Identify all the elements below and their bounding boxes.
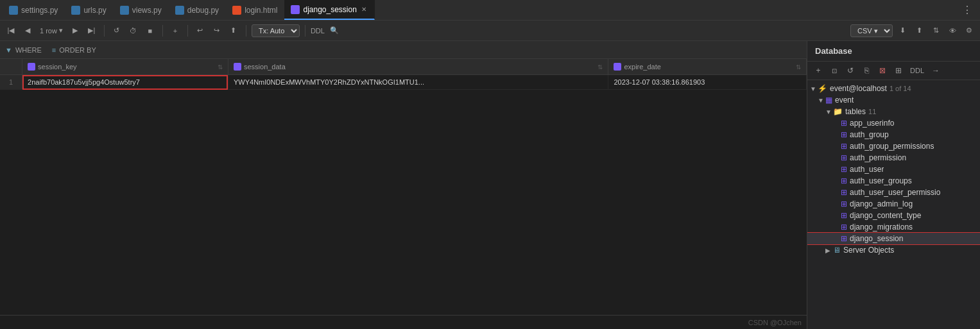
tree-item-tables[interactable]: 📁 tables 11: [807, 106, 980, 117]
tab-debug[interactable]: debug.py: [169, 0, 226, 20]
search-button[interactable]: 🔍: [327, 24, 341, 38]
col-header-expire-date[interactable]: expire_date ⇅: [608, 59, 807, 75]
db-arrow-button[interactable]: →: [929, 64, 943, 77]
next-row-button[interactable]: ▶: [68, 24, 82, 38]
first-row-button[interactable]: |◀: [4, 24, 18, 38]
watermark: CSDN @OJchen: [748, 319, 802, 326]
db-panel-header: Database: [807, 41, 980, 62]
compare-button[interactable]: ⇅: [929, 24, 943, 38]
tree-item-django-content-type[interactable]: ⊞ django_content_type: [807, 210, 980, 221]
sort-icon: ⇅: [597, 63, 603, 71]
col-header-session-data[interactable]: session_data ⇅: [228, 59, 608, 75]
tx-select[interactable]: Tx: Auto: [252, 24, 300, 37]
tab-urls[interactable]: urls.py: [65, 0, 113, 20]
order-by-filter[interactable]: ≡ ORDER BY: [52, 46, 96, 54]
connection-label: event@localhost: [830, 84, 887, 93]
tab-views-label: views.py: [132, 6, 162, 15]
db-refresh-button[interactable]: ↺: [843, 64, 857, 77]
cell-expire-date[interactable]: 2023-12-07 03:38:16.861903: [608, 75, 807, 90]
undo-button[interactable]: ↩: [193, 24, 207, 38]
separator-5: [305, 25, 305, 37]
last-row-button[interactable]: ▶|: [85, 24, 99, 38]
cell-session-key[interactable]: 2naifb70ak187u5vjj5pg4Ostuw5try7: [22, 75, 228, 90]
py-icon: [9, 6, 18, 15]
tree-item-auth-user-permissions[interactable]: ⊞ auth_user_user_permissio: [807, 187, 980, 198]
tree-arrow-event: [818, 97, 825, 104]
table-icon: ⊞: [841, 142, 847, 151]
table-label: auth_user_user_permissio: [850, 188, 940, 197]
tree-arrow-server-objects: [825, 247, 833, 254]
data-table: session_key ⇅ session_data ⇅: [0, 59, 807, 90]
separator-3: [187, 25, 188, 37]
row-count-chevron[interactable]: ▾: [59, 26, 63, 35]
tab-django-session[interactable]: django_session ✕: [284, 0, 374, 20]
view-button[interactable]: 👁: [945, 24, 959, 38]
table-icon: ⊞: [841, 130, 847, 139]
where-filter[interactable]: ▼ WHERE: [5, 46, 42, 54]
tab-urls-label: urls.py: [83, 6, 106, 15]
table-label: app_userinfo: [850, 119, 894, 128]
tab-login-label: login.html: [245, 6, 277, 15]
tree-item-server-objects[interactable]: 🖥 Server Objects: [807, 244, 980, 256]
tree-item-auth-user-groups[interactable]: ⊞ auth_user_groups: [807, 175, 980, 187]
db-terminal-button[interactable]: ⊠: [875, 64, 890, 77]
tab-views[interactable]: views.py: [114, 0, 169, 20]
sort-icon: ⇅: [218, 63, 223, 71]
table-label: django_migrations: [850, 223, 913, 232]
tree-item-auth-permission[interactable]: ⊞ auth_permission: [807, 152, 980, 164]
more-tabs-button[interactable]: ⋮: [957, 4, 977, 16]
order-by-label: ORDER BY: [59, 46, 96, 54]
tree-item-event[interactable]: ▦ event: [807, 94, 980, 106]
tree-arrow-connection: [810, 85, 818, 92]
tree-item-connection[interactable]: ⚡ event@localhost 1 of 14: [807, 83, 980, 94]
py-icon: [175, 6, 184, 15]
export-button[interactable]: ⬇: [895, 24, 909, 38]
tree-item-django-session[interactable]: ⊞ django_session: [807, 233, 980, 244]
filter-bar: ▼ WHERE ≡ ORDER BY: [0, 41, 807, 59]
close-icon[interactable]: ✕: [360, 4, 368, 14]
where-label: WHERE: [15, 46, 42, 54]
table-header-row: session_key ⇅ session_data ⇅: [0, 59, 807, 75]
redo-button[interactable]: ↪: [210, 24, 224, 38]
add-row-button[interactable]: +: [168, 24, 182, 38]
tree-item-auth-user[interactable]: ⊞ auth_user: [807, 164, 980, 175]
table-wrapper: session_key ⇅ session_data ⇅: [0, 59, 807, 315]
table-icon: ⊞: [841, 234, 847, 243]
prev-row-button[interactable]: ◀: [21, 24, 35, 38]
data-icon: [234, 63, 241, 71]
import-button[interactable]: ⬆: [912, 24, 926, 38]
db-ddl-label[interactable]: DDL: [907, 67, 927, 74]
db-add-button[interactable]: +: [811, 64, 825, 77]
csv-select[interactable]: CSV ▾: [850, 24, 893, 37]
table-icon: ⊞: [841, 223, 847, 232]
data-area: ▼ WHERE ≡ ORDER BY session_key: [0, 41, 807, 329]
db-tree: ⚡ event@localhost 1 of 14 ▦ event 📁 tabl…: [807, 80, 980, 329]
refresh-button[interactable]: ↺: [110, 24, 124, 38]
table-icon: ⊞: [841, 165, 847, 174]
db-filter-button[interactable]: ⊡: [827, 64, 841, 77]
server-icon: 🖥: [833, 246, 841, 255]
server-objects-label: Server Objects: [843, 246, 894, 255]
tree-item-auth-group-permissions[interactable]: ⊞ auth_group_permissions: [807, 140, 980, 152]
db-copy-button[interactable]: ⎘: [859, 64, 873, 77]
upload-button[interactable]: ⬆: [227, 24, 241, 38]
tab-settings[interactable]: settings.py: [3, 0, 65, 20]
db-icon: [291, 5, 300, 14]
cell-session-data[interactable]: YWY4NmI0NDExMWVhMTY0Y2RhZDYxNTNkOGI1MTU1…: [228, 75, 608, 90]
col-header-rownum: [0, 59, 22, 75]
stop-button[interactable]: ■: [143, 24, 157, 38]
tab-bar: settings.py urls.py views.py debug.py lo…: [0, 0, 980, 21]
timer-button[interactable]: ⏱: [126, 24, 141, 38]
connection-icon: ⚡: [818, 84, 827, 93]
db-table-button[interactable]: ⊞: [891, 64, 906, 77]
tree-item-auth-group[interactable]: ⊞ auth_group: [807, 129, 980, 140]
tree-item-django-admin-log[interactable]: ⊞ django_admin_log: [807, 198, 980, 210]
tree-item-app-userinfo[interactable]: ⊞ app_userinfo: [807, 117, 980, 129]
ddl-button[interactable]: DDL: [311, 24, 325, 38]
row-number: 1: [0, 75, 22, 90]
tree-item-django-migrations[interactable]: ⊞ django_migrations: [807, 221, 980, 233]
tab-login[interactable]: login.html: [226, 0, 284, 20]
col-header-session-key[interactable]: session_key ⇅: [22, 59, 228, 75]
table-row[interactable]: 1 2naifb70ak187u5vjj5pg4Ostuw5try7 YWY4N…: [0, 75, 807, 90]
settings-button[interactable]: ⚙: [962, 24, 976, 38]
